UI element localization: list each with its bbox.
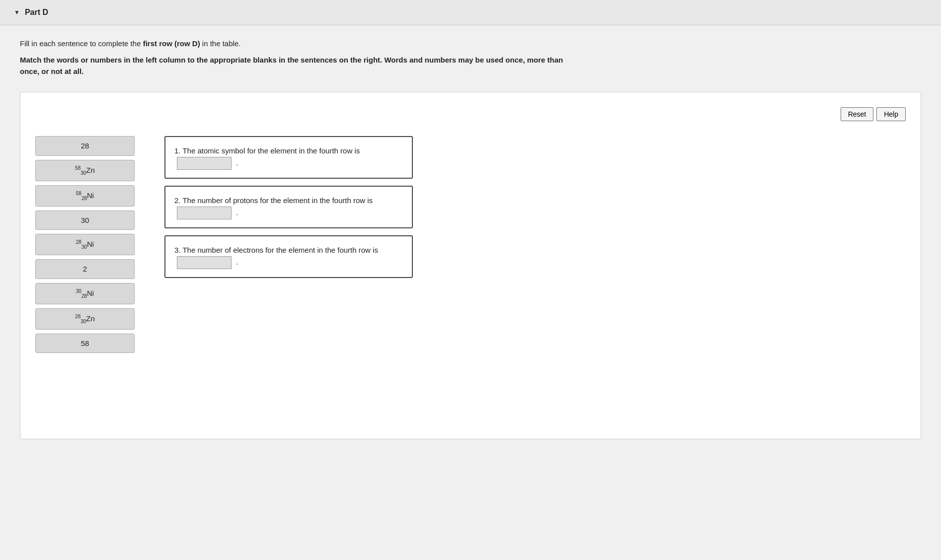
drag-item-28-30-Ni[interactable]: 2830Ni [35,234,135,255]
reset-button[interactable]: Reset [841,107,874,121]
drag-item-28-30-Zn[interactable]: 2830Zn [35,308,135,330]
part-title: Part D [25,8,48,17]
content-area: 28 5830Zn 5828Ni 30 2830Ni [35,136,906,353]
question-3-text: 3. The number of electrons for the eleme… [174,246,378,254]
drag-item-30[interactable]: 30 [35,210,135,230]
instruction-line1: Fill in each sentence to complete the fi… [20,39,921,48]
question-box-2: 2. The number of protons for the element… [164,186,413,228]
drag-item-58[interactable]: 58 [35,334,135,353]
question-box-3: 3. The number of electrons for the eleme… [164,235,413,278]
question-1-period: . [236,158,238,167]
help-button[interactable]: Help [876,107,906,121]
question-2-period: . [236,208,238,216]
chevron-down-icon[interactable]: ▼ [14,9,20,16]
drag-item-58-28-Ni[interactable]: 5828Ni [35,185,135,207]
question-box-1: 1. The atomic symbol for the element in … [164,136,413,179]
question-1-text: 1. The atomic symbol for the element in … [174,146,360,155]
drag-item-28[interactable]: 28 [35,136,135,156]
answer-blank-2[interactable] [177,207,232,219]
question-3-period: . [236,258,238,266]
page-wrapper: ▼ Part D Fill in each sentence to comple… [0,0,941,560]
main-box: Reset Help 28 5830Zn 5828Ni [20,92,921,439]
part-header: ▼ Part D [0,0,941,25]
right-column: 1. The atomic symbol for the element in … [164,136,413,278]
top-buttons: Reset Help [35,107,906,121]
instructions-area: Fill in each sentence to complete the fi… [0,25,941,87]
instruction-line2: Match the words or numbers in the left c… [20,55,566,77]
question-2-text: 2. The number of protons for the element… [174,196,373,205]
answer-blank-3[interactable] [177,256,232,269]
drag-item-30-28-Ni[interactable]: 3028Ni [35,283,135,304]
answer-blank-1[interactable] [177,157,232,170]
drag-item-2[interactable]: 2 [35,259,135,279]
left-column: 28 5830Zn 5828Ni 30 2830Ni [35,136,135,353]
drag-item-58-30-Zn[interactable]: 5830Zn [35,160,135,181]
